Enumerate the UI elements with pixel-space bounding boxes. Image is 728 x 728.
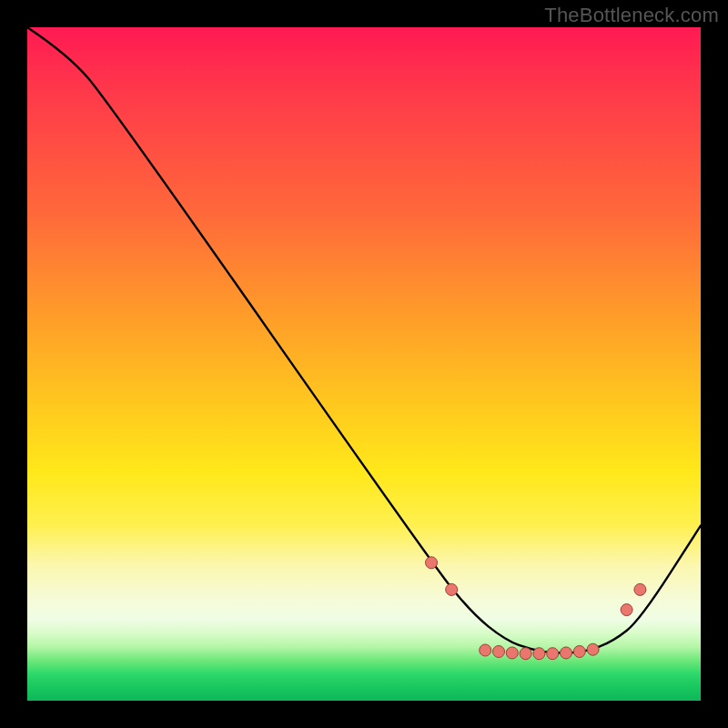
curve-dot xyxy=(573,645,585,657)
bottleneck-curve xyxy=(27,27,701,653)
curve-dot xyxy=(533,648,545,660)
curve-dot xyxy=(493,645,505,657)
curve-dot xyxy=(426,557,438,569)
curve-dot xyxy=(621,604,632,616)
curve-dots xyxy=(426,557,646,660)
curve-dot xyxy=(520,648,531,660)
curve-dot xyxy=(587,643,599,655)
curve-dot xyxy=(480,644,491,656)
curve-dot xyxy=(506,647,518,659)
curve-layer xyxy=(27,27,701,701)
plot-area xyxy=(27,27,701,701)
watermark-text: TheBottleneck.com xyxy=(544,4,719,27)
chart-frame: TheBottleneck.com xyxy=(0,0,728,728)
curve-dot xyxy=(634,583,646,595)
curve-dot xyxy=(561,647,572,659)
curve-dot xyxy=(446,583,458,595)
curve-dot xyxy=(547,648,559,660)
